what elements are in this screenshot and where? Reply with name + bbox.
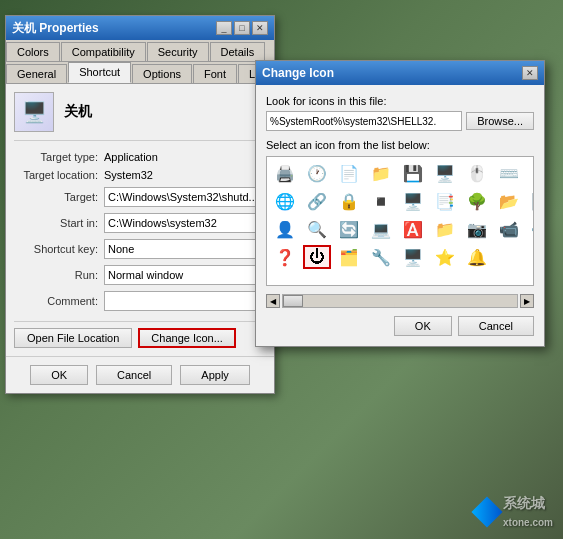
icon-cell[interactable]: 📋 (527, 161, 534, 185)
select-icon-label: Select an icon from the list below: (266, 139, 534, 151)
icon-cell[interactable]: 🖥️ (431, 161, 459, 185)
dialog-close-button[interactable]: ✕ (522, 66, 538, 80)
target-input[interactable] (104, 187, 266, 207)
tab-general[interactable]: General (6, 64, 67, 83)
path-input[interactable] (266, 111, 462, 131)
bottom-buttons-row: Open File Location Change Icon... (14, 321, 266, 348)
open-file-location-button[interactable]: Open File Location (14, 328, 132, 348)
icon-cell[interactable]: 📊 (527, 189, 534, 213)
shortcut-icon-emoji: 🖥️ (22, 100, 47, 124)
start-in-input[interactable] (104, 213, 266, 233)
minimize-button[interactable]: _ (216, 21, 232, 35)
icon-cell[interactable]: ⭐ (431, 245, 459, 269)
target-label: Target: (14, 191, 104, 203)
watermark: 系统城 xtone.com (476, 495, 553, 529)
target-type-row: Target type: Application (14, 151, 266, 163)
change-icon-button[interactable]: Change Icon... (138, 328, 236, 348)
start-in-row: Start in: (14, 213, 266, 233)
tab-shortcut[interactable]: Shortcut (68, 62, 131, 83)
look-for-label: Look for icons in this file: (266, 95, 534, 107)
tabs-row-1: Colors Compatibility Security Details (6, 40, 274, 62)
icon-cell[interactable]: 📁 (367, 161, 395, 185)
dialog-content: Look for icons in this file: Browse... S… (256, 85, 544, 346)
icon-cell[interactable]: 🖥️ (399, 245, 427, 269)
maximize-button[interactable]: □ (234, 21, 250, 35)
properties-title-bar: 关机 Properties _ □ ✕ (6, 16, 274, 40)
icon-cell[interactable]: 🖱️ (463, 161, 491, 185)
icon-cell[interactable]: 📁 (431, 217, 459, 241)
cancel-button[interactable]: Cancel (96, 365, 172, 385)
window-content: 🖥️ 关机 Target type: Application Target lo… (6, 84, 274, 356)
tab-security[interactable]: Security (147, 42, 209, 61)
icon-cell[interactable]: 🕐 (303, 161, 331, 185)
shortcut-header: 🖥️ 关机 (14, 92, 266, 141)
tab-options[interactable]: Options (132, 64, 192, 83)
browse-button[interactable]: Browse... (466, 112, 534, 130)
scroll-left-button[interactable]: ◀ (266, 294, 280, 308)
start-in-label: Start in: (14, 217, 104, 229)
comment-row: Comment: (14, 291, 266, 311)
icon-cell[interactable]: 🔍 (303, 217, 331, 241)
icon-cell[interactable]: 🌳 (463, 189, 491, 213)
target-location-row: Target location: System32 (14, 169, 266, 181)
icon-cell[interactable]: 🔔 (463, 245, 491, 269)
icon-grid-container: 🖨️🕐📄📁💾🖥️🖱️⌨️📋🌐🔗🔒◾🖥️📑🌳📂📊👤🔍🔄💻🅰️📁📷📹⚙️❓⏻🗂️🔧🖥… (266, 156, 534, 286)
tab-colors[interactable]: Colors (6, 42, 60, 61)
icon-cell[interactable]: 📹 (495, 217, 523, 241)
run-row: Run: (14, 265, 266, 285)
icon-cell[interactable]: ⚙️ (527, 217, 534, 241)
shortcut-key-row: Shortcut key: (14, 239, 266, 259)
tab-compatibility[interactable]: Compatibility (61, 42, 146, 61)
tab-font[interactable]: Font (193, 64, 237, 83)
tab-details[interactable]: Details (210, 42, 266, 61)
icon-cell[interactable]: 🅰️ (399, 217, 427, 241)
comment-input[interactable] (104, 291, 266, 311)
shortcut-key-label: Shortcut key: (14, 243, 104, 255)
run-label: Run: (14, 269, 104, 281)
icon-cell[interactable]: ⏻ (303, 245, 331, 269)
close-button[interactable]: ✕ (252, 21, 268, 35)
icon-cell[interactable]: 🔄 (335, 217, 363, 241)
icon-cell[interactable]: 📂 (495, 189, 523, 213)
icon-cell[interactable]: 🖥️ (399, 189, 427, 213)
dialog-title: Change Icon (262, 66, 334, 80)
shortcut-key-input[interactable] (104, 239, 266, 259)
scrollbar-area: ◀ ▶ (266, 294, 534, 308)
scrollbar-thumb[interactable] (283, 295, 303, 307)
dialog-ok-button[interactable]: OK (394, 316, 452, 336)
icon-cell[interactable]: 🔒 (335, 189, 363, 213)
properties-title: 关机 Properties (12, 20, 99, 37)
icon-cell[interactable]: 👤 (271, 217, 299, 241)
shortcut-name: 关机 (64, 103, 92, 121)
icon-cell[interactable]: ◾ (367, 189, 395, 213)
run-input[interactable] (104, 265, 266, 285)
dialog-ok-row: OK Cancel (266, 316, 534, 336)
target-row: Target: (14, 187, 266, 207)
tabs-row-2: General Shortcut Options Font Layout (6, 62, 274, 84)
target-location-label: Target location: (14, 169, 104, 181)
icon-cell[interactable]: 🔧 (367, 245, 395, 269)
icon-cell[interactable]: 🖨️ (271, 161, 299, 185)
icon-grid: 🖨️🕐📄📁💾🖥️🖱️⌨️📋🌐🔗🔒◾🖥️📑🌳📂📊👤🔍🔄💻🅰️📁📷📹⚙️❓⏻🗂️🔧🖥… (267, 157, 533, 286)
dialog-cancel-button[interactable]: Cancel (458, 316, 534, 336)
watermark-text: 系统城 xtone.com (503, 495, 553, 529)
icon-cell[interactable]: 🌐 (271, 189, 299, 213)
icon-cell[interactable]: 🗂️ (335, 245, 363, 269)
shortcut-icon: 🖥️ (14, 92, 54, 132)
path-row: Browse... (266, 111, 534, 131)
dialog-title-bar: Change Icon ✕ (256, 61, 544, 85)
icon-cell[interactable]: 📄 (335, 161, 363, 185)
icon-cell[interactable]: 📑 (431, 189, 459, 213)
ok-button[interactable]: OK (30, 365, 88, 385)
icon-cell[interactable]: ⌨️ (495, 161, 523, 185)
scroll-right-button[interactable]: ▶ (520, 294, 534, 308)
target-type-label: Target type: (14, 151, 104, 163)
icon-cell[interactable]: 💻 (367, 217, 395, 241)
icon-cell[interactable]: 🔗 (303, 189, 331, 213)
icon-cell[interactable]: ❓ (271, 245, 299, 269)
icon-cell[interactable]: 💾 (399, 161, 427, 185)
comment-label: Comment: (14, 295, 104, 307)
apply-button[interactable]: Apply (180, 365, 250, 385)
scrollbar-track[interactable] (282, 294, 518, 308)
icon-cell[interactable]: 📷 (463, 217, 491, 241)
